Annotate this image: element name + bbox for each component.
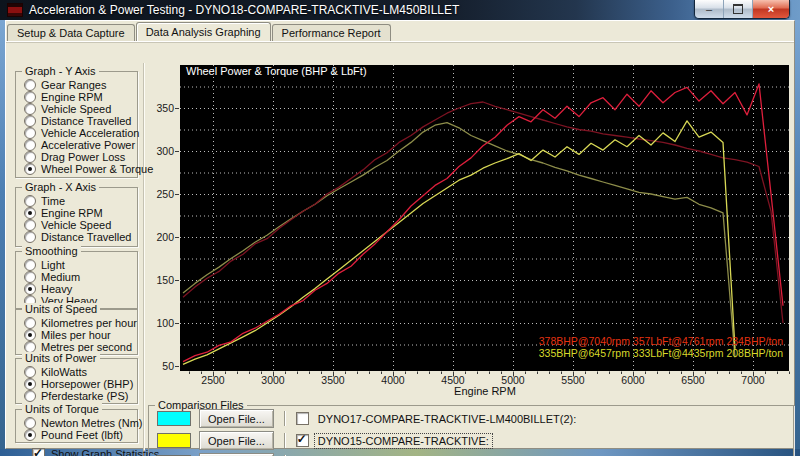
comparison-checkbox[interactable]: ✓ xyxy=(296,434,309,447)
radio-label: Horsepower (BHP) xyxy=(41,378,133,390)
minimize-button[interactable]: – xyxy=(695,0,724,18)
caption-buttons: – × xyxy=(694,0,790,19)
separator xyxy=(284,433,286,448)
radio-kilometres-per-hour[interactable]: Kilometres per hour xyxy=(24,317,137,329)
radio-newton-metres-nm[interactable]: Newton Metres (Nm) xyxy=(24,417,137,429)
tabstrip-baseline xyxy=(6,41,794,43)
radio-icon xyxy=(24,127,36,139)
radio-label: Wheel Power & Torque xyxy=(41,163,153,175)
trace-color-swatch xyxy=(157,433,191,448)
radio-icon xyxy=(24,429,36,441)
series-dyno15-compare-tracktive-power-bhp xyxy=(183,121,735,364)
comparison-checkbox[interactable] xyxy=(296,412,309,425)
y-tick-label: 150 xyxy=(148,274,174,286)
radio-icon xyxy=(24,91,36,103)
radio-icon xyxy=(24,115,36,127)
tab-performance-report[interactable]: Performance Report xyxy=(272,24,391,41)
radio-label: Engine RPM xyxy=(41,91,103,103)
panel-chart-divider xyxy=(143,63,145,456)
separator xyxy=(284,411,286,426)
tab-strip: Setup & Data CaptureData Analysis Graphi… xyxy=(7,23,392,41)
x-tick-label: 6500 xyxy=(671,374,715,386)
comparison-file-label[interactable]: DYNO15-COMPARE-TRACKTIVE: xyxy=(315,434,492,448)
y-tick-label: 250 xyxy=(148,188,174,200)
radio-icon xyxy=(24,231,36,243)
groupbox-units-torque: Units of Torque Newton Metres (Nm)Pound … xyxy=(15,409,138,443)
radio-icon xyxy=(24,139,36,151)
radio-label: Vehicle Speed xyxy=(41,219,111,231)
radio-accelerative-power[interactable]: Accelerative Power xyxy=(24,139,137,151)
window-frame-right xyxy=(795,20,800,450)
stat-line: 335BHP@6457rpm 333LbFt@4435rpm 208BHP/to… xyxy=(539,347,783,359)
groupbox-smoothing-title: Smoothing xyxy=(22,245,81,257)
radio-label: Distance Travelled xyxy=(41,115,132,127)
groupbox-x-axis-title: Graph - X Axis xyxy=(22,181,99,193)
radio-label: Time xyxy=(41,195,65,207)
groupbox-comparison-files: Comparison Files Open File...DYNO17-COMP… xyxy=(148,405,794,456)
radio-time[interactable]: Time xyxy=(24,195,137,207)
radio-icon xyxy=(24,329,36,341)
x-axis-title: Engine RPM xyxy=(443,385,527,397)
comparison-row: Open File...✓DYNO15-COMPARE-TRACKTIVE: xyxy=(157,432,492,449)
y-tick-label: 50 xyxy=(148,360,174,372)
radio-label: Pound Feet (lbft) xyxy=(41,429,123,441)
radio-icon xyxy=(24,390,36,402)
radio-engine-rpm[interactable]: Engine RPM xyxy=(24,207,137,219)
radio-icon xyxy=(24,163,36,175)
groupbox-units-torque-title: Units of Torque xyxy=(22,403,102,415)
title-bar: Acceleration & Power Testing - DYNO18-CO… xyxy=(0,0,800,20)
radio-icon xyxy=(24,283,36,295)
tab-setup-data-capture[interactable]: Setup & Data Capture xyxy=(7,24,135,41)
groupbox-units-speed-title: Units of Speed xyxy=(22,303,100,315)
radio-medium[interactable]: Medium xyxy=(24,271,137,283)
radio-label: Light xyxy=(41,259,65,271)
radio-label: Drag Power Loss xyxy=(41,151,125,163)
groupbox-x-axis: Graph - X Axis TimeEngine RPMVehicle Spe… xyxy=(15,187,138,247)
radio-kilowatts[interactable]: KiloWatts xyxy=(24,366,137,378)
groupbox-y-axis: Graph - Y Axis Gear RangesEngine RPMVehi… xyxy=(15,71,138,178)
window-title: Acceleration & Power Testing - DYNO18-CO… xyxy=(29,3,459,17)
radio-drag-power-loss[interactable]: Drag Power Loss xyxy=(24,151,137,163)
radio-pferdestarke-ps[interactable]: Pferdestarke (PS) xyxy=(24,390,137,402)
open-file-button[interactable]: Open File... xyxy=(199,409,274,428)
radio-label: Engine RPM xyxy=(41,207,103,219)
groupbox-units-power: Units of Power KiloWattsHorsepower (BHP)… xyxy=(15,358,138,404)
radio-wheel-power-torque[interactable]: Wheel Power & Torque xyxy=(24,163,137,175)
radio-icon xyxy=(24,378,36,390)
radio-label: Vehicle Speed xyxy=(41,103,111,115)
y-tick-label: 300 xyxy=(148,145,174,157)
close-icon: × xyxy=(768,4,774,14)
show-graph-statistics-checkbox[interactable]: ✓ Show Graph Statistics xyxy=(32,448,159,456)
radio-distance-travelled[interactable]: Distance Travelled xyxy=(24,231,137,243)
radio-horsepower-bhp[interactable]: Horsepower (BHP) xyxy=(24,378,137,390)
radio-icon xyxy=(24,271,36,283)
radio-distance-travelled[interactable]: Distance Travelled xyxy=(24,115,137,127)
maximize-button[interactable] xyxy=(724,0,753,18)
groupbox-units-power-title: Units of Power xyxy=(22,352,100,364)
show-graph-statistics-label: Show Graph Statistics xyxy=(51,448,159,456)
radio-vehicle-acceleration[interactable]: Vehicle Acceleration xyxy=(24,127,137,139)
radio-icon xyxy=(24,195,36,207)
radio-icon xyxy=(24,366,36,378)
close-button[interactable]: × xyxy=(753,0,789,18)
chart-plot xyxy=(180,65,789,377)
radio-vehicle-speed[interactable]: Vehicle Speed xyxy=(24,103,137,115)
groupbox-smoothing: Smoothing LightMediumHeavyVery Heavy xyxy=(15,251,138,309)
radio-pound-feet-lbft[interactable]: Pound Feet (lbft) xyxy=(24,429,137,441)
radio-icon xyxy=(24,259,36,271)
tab-data-analysis-graphing[interactable]: Data Analysis Graphing xyxy=(136,22,271,41)
comparison-file-label[interactable]: DYNO17-COMPARE-TRACKTIVE-LM400BILLET(2): xyxy=(315,412,579,426)
open-file-button[interactable]: Open File... xyxy=(199,431,274,450)
radio-icon xyxy=(24,151,36,163)
radio-gear-ranges[interactable]: Gear Ranges xyxy=(24,79,137,91)
stat-line: 378BHP@7040rpm 357LbFt@4761rpm 234BHP/to… xyxy=(539,335,783,347)
radio-engine-rpm[interactable]: Engine RPM xyxy=(24,91,137,103)
maximize-icon xyxy=(733,4,743,14)
radio-label: Kilometres per hour xyxy=(41,317,137,329)
radio-light[interactable]: Light xyxy=(24,259,137,271)
radio-label: Miles per hour xyxy=(41,329,111,341)
radio-miles-per-hour[interactable]: Miles per hour xyxy=(24,329,137,341)
x-tick-label: 7000 xyxy=(731,374,775,386)
radio-vehicle-speed[interactable]: Vehicle Speed xyxy=(24,219,137,231)
radio-heavy[interactable]: Heavy xyxy=(24,283,137,295)
